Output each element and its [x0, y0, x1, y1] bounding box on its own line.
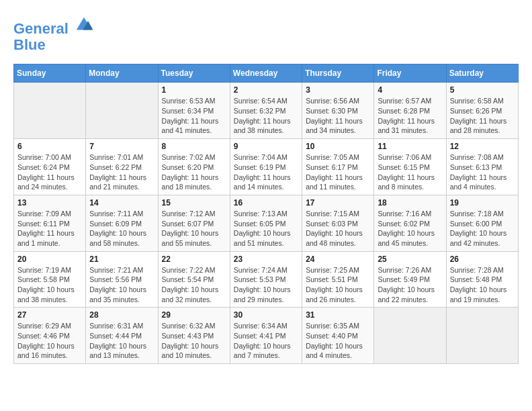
sunrise-label: Sunrise: 7:05 AM [306, 153, 359, 161]
calendar-cell: 24 Sunrise: 7:25 AM Sunset: 5:51 PM Dayl… [302, 251, 374, 308]
daylight-label: Daylight: 10 hours and 35 minutes. [89, 285, 146, 304]
day-number: 4 [378, 85, 442, 95]
day-info: Sunrise: 7:22 AM Sunset: 5:54 PM Dayligh… [162, 265, 226, 305]
calendar-cell: 9 Sunrise: 7:04 AM Sunset: 6:19 PM Dayli… [230, 139, 302, 195]
day-number: 26 [450, 255, 515, 264]
day-number: 28 [89, 310, 154, 320]
sunrise-label: Sunrise: 7:01 AM [89, 153, 143, 161]
daylight-label: Daylight: 10 hours and 32 minutes. [162, 285, 219, 304]
logo-icon [74, 13, 94, 34]
daylight-label: Daylight: 10 hours and 45 minutes. [378, 229, 435, 247]
daylight-label: Daylight: 11 hours and 38 minutes. [234, 117, 291, 135]
day-info: Sunrise: 6:56 AM Sunset: 6:30 PM Dayligh… [306, 96, 370, 136]
day-info: Sunrise: 6:53 AM Sunset: 6:34 PM Dayligh… [162, 96, 226, 136]
day-number: 25 [378, 255, 442, 264]
sunrise-label: Sunrise: 6:57 AM [378, 97, 431, 105]
weekday-header: Tuesday [158, 64, 230, 83]
day-info: Sunrise: 6:31 AM Sunset: 4:44 PM Dayligh… [89, 321, 154, 361]
sunset-label: Sunset: 6:26 PM [450, 107, 502, 115]
page-header: General Blue [13, 13, 519, 53]
day-number: 23 [234, 255, 298, 264]
daylight-label: Daylight: 10 hours and 51 minutes. [234, 229, 291, 247]
sunrise-label: Sunrise: 7:08 AM [450, 153, 504, 161]
sunrise-label: Sunrise: 6:35 AM [306, 322, 359, 330]
sunrise-label: Sunrise: 7:24 AM [234, 266, 287, 274]
day-number: 3 [306, 85, 370, 95]
calendar-week-row: 1 Sunrise: 6:53 AM Sunset: 6:34 PM Dayli… [14, 83, 519, 139]
sunset-label: Sunset: 6:00 PM [450, 220, 502, 228]
calendar-cell: 7 Sunrise: 7:01 AM Sunset: 6:22 PM Dayli… [86, 139, 158, 195]
calendar-cell: 14 Sunrise: 7:11 AM Sunset: 6:09 PM Dayl… [86, 195, 158, 251]
sunrise-label: Sunrise: 7:09 AM [17, 210, 71, 218]
day-number: 18 [378, 198, 442, 208]
calendar-table: SundayMondayTuesdayWednesdayThursdayFrid… [13, 64, 519, 364]
day-info: Sunrise: 6:57 AM Sunset: 6:28 PM Dayligh… [378, 96, 442, 136]
calendar-cell: 25 Sunrise: 7:26 AM Sunset: 5:49 PM Dayl… [374, 251, 446, 308]
sunrise-label: Sunrise: 7:02 AM [162, 153, 216, 161]
day-info: Sunrise: 6:35 AM Sunset: 4:40 PM Dayligh… [306, 321, 370, 361]
calendar-cell: 28 Sunrise: 6:31 AM Sunset: 4:44 PM Dayl… [86, 308, 158, 364]
daylight-label: Daylight: 10 hours and 48 minutes. [306, 229, 363, 247]
day-number: 24 [306, 255, 370, 264]
daylight-label: Daylight: 10 hours and 13 minutes. [89, 342, 146, 360]
logo-text: General [13, 13, 94, 37]
calendar-cell: 10 Sunrise: 7:05 AM Sunset: 6:17 PM Dayl… [302, 139, 374, 195]
calendar-cell: 5 Sunrise: 6:58 AM Sunset: 6:26 PM Dayli… [446, 83, 518, 139]
calendar-cell: 23 Sunrise: 7:24 AM Sunset: 5:53 PM Dayl… [230, 251, 302, 308]
calendar-cell: 21 Sunrise: 7:21 AM Sunset: 5:56 PM Dayl… [86, 251, 158, 308]
calendar-cell: 1 Sunrise: 6:53 AM Sunset: 6:34 PM Dayli… [158, 83, 230, 139]
calendar-cell: 3 Sunrise: 6:56 AM Sunset: 6:30 PM Dayli… [302, 83, 374, 139]
day-info: Sunrise: 6:32 AM Sunset: 4:43 PM Dayligh… [162, 321, 226, 361]
sunrise-label: Sunrise: 7:15 AM [306, 210, 359, 218]
calendar-cell: 13 Sunrise: 7:09 AM Sunset: 6:11 PM Dayl… [14, 195, 86, 251]
logo: General Blue [13, 13, 94, 53]
sunset-label: Sunset: 5:49 PM [378, 275, 430, 283]
day-info: Sunrise: 7:12 AM Sunset: 6:07 PM Dayligh… [162, 209, 226, 248]
day-info: Sunrise: 7:26 AM Sunset: 5:49 PM Dayligh… [378, 265, 442, 305]
sunrise-label: Sunrise: 6:29 AM [17, 322, 71, 330]
calendar-week-row: 20 Sunrise: 7:19 AM Sunset: 5:58 PM Dayl… [14, 251, 519, 308]
day-number: 9 [234, 142, 298, 151]
sunrise-label: Sunrise: 7:16 AM [378, 210, 431, 218]
weekday-header: Sunday [14, 64, 86, 83]
day-info: Sunrise: 7:11 AM Sunset: 6:09 PM Dayligh… [89, 209, 154, 248]
day-number: 30 [234, 310, 298, 320]
day-number: 14 [89, 198, 154, 208]
sunset-label: Sunset: 6:19 PM [234, 163, 286, 171]
day-info: Sunrise: 7:15 AM Sunset: 6:03 PM Dayligh… [306, 209, 370, 248]
day-number: 16 [234, 198, 298, 208]
day-number: 12 [450, 142, 515, 151]
day-info: Sunrise: 7:01 AM Sunset: 6:22 PM Dayligh… [89, 152, 154, 192]
logo-general: General [13, 20, 69, 37]
day-info: Sunrise: 7:13 AM Sunset: 6:05 PM Dayligh… [234, 209, 298, 248]
day-info: Sunrise: 6:58 AM Sunset: 6:26 PM Dayligh… [450, 96, 515, 136]
weekday-header: Monday [86, 64, 158, 83]
sunset-label: Sunset: 6:05 PM [234, 220, 286, 228]
sunset-label: Sunset: 6:30 PM [306, 107, 358, 115]
daylight-label: Daylight: 11 hours and 4 minutes. [450, 173, 507, 191]
day-number: 11 [378, 142, 442, 151]
day-number: 5 [450, 85, 515, 95]
day-info: Sunrise: 7:00 AM Sunset: 6:24 PM Dayligh… [17, 152, 82, 192]
day-number: 22 [162, 255, 226, 264]
day-number: 19 [450, 198, 515, 208]
calendar-cell: 8 Sunrise: 7:02 AM Sunset: 6:20 PM Dayli… [158, 139, 230, 195]
day-info: Sunrise: 7:09 AM Sunset: 6:11 PM Dayligh… [17, 209, 82, 248]
day-info: Sunrise: 7:21 AM Sunset: 5:56 PM Dayligh… [89, 265, 154, 305]
sunrise-label: Sunrise: 6:34 AM [234, 322, 287, 330]
calendar-cell: 2 Sunrise: 6:54 AM Sunset: 6:32 PM Dayli… [230, 83, 302, 139]
sunset-label: Sunset: 5:58 PM [17, 275, 70, 283]
calendar-cell: 16 Sunrise: 7:13 AM Sunset: 6:05 PM Dayl… [230, 195, 302, 251]
sunset-label: Sunset: 6:09 PM [89, 220, 142, 228]
calendar-cell: 22 Sunrise: 7:22 AM Sunset: 5:54 PM Dayl… [158, 251, 230, 308]
day-number: 1 [162, 85, 226, 95]
calendar-cell [374, 308, 446, 364]
day-number: 6 [17, 142, 82, 151]
day-number: 15 [162, 198, 226, 208]
sunset-label: Sunset: 6:34 PM [162, 107, 214, 115]
day-number: 17 [306, 198, 370, 208]
sunset-label: Sunset: 4:43 PM [162, 332, 214, 340]
sunrise-label: Sunrise: 7:04 AM [234, 153, 287, 161]
day-info: Sunrise: 7:19 AM Sunset: 5:58 PM Dayligh… [17, 265, 82, 305]
sunset-label: Sunset: 6:32 PM [234, 107, 286, 115]
